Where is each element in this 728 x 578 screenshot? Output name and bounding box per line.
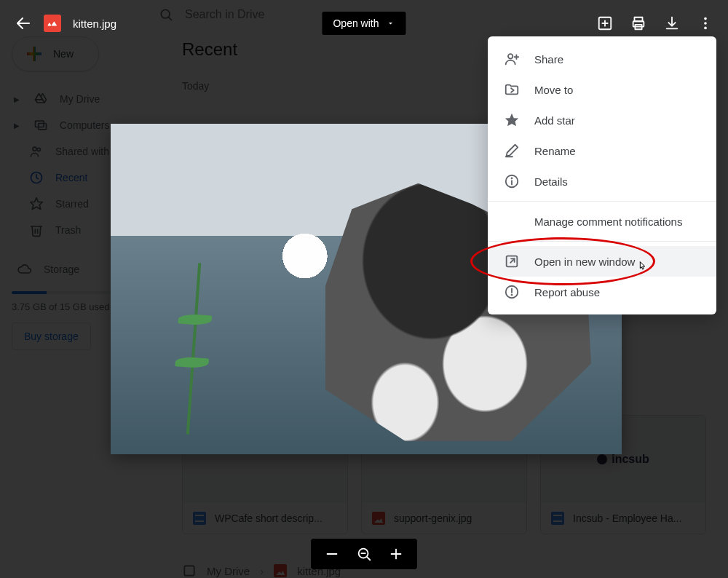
- svg-line-33: [367, 557, 370, 560]
- menu-item-label: Move to: [534, 84, 573, 96]
- spacer-icon: [504, 213, 520, 229]
- svg-point-16: [704, 17, 707, 20]
- svg-point-26: [512, 178, 513, 178]
- zoom-reset-icon[interactable]: [356, 546, 372, 562]
- person-add-icon: [504, 51, 520, 67]
- svg-marker-22: [505, 114, 518, 126]
- file-name: kitten.jpg: [73, 17, 116, 30]
- info-icon: [504, 173, 520, 189]
- add-to-drive-icon[interactable]: [597, 15, 613, 31]
- menu-item-label: Share: [534, 53, 563, 66]
- move-icon: [504, 82, 520, 98]
- decorative-plant: [186, 263, 201, 435]
- menu-separator: [488, 201, 716, 202]
- menu-share[interactable]: Share: [488, 44, 716, 74]
- pencil-icon: [504, 143, 520, 159]
- menu-item-label: Manage comment notifications: [534, 215, 682, 228]
- menu-open-new-window[interactable]: Open in new window: [488, 246, 716, 277]
- svg-point-30: [512, 295, 513, 296]
- menu-report-abuse[interactable]: Report abuse: [488, 277, 716, 307]
- menu-item-label: Rename: [534, 145, 576, 157]
- menu-separator: [488, 241, 716, 242]
- file-type-icon: [44, 15, 61, 32]
- svg-point-19: [508, 54, 513, 58]
- menu-details[interactable]: Details: [488, 166, 716, 197]
- back-arrow-icon[interactable]: [15, 15, 32, 32]
- zoom-out-icon[interactable]: [324, 546, 340, 562]
- more-icon[interactable]: [697, 15, 713, 31]
- menu-item-label: Details: [534, 175, 568, 188]
- zoom-controls: [311, 539, 417, 569]
- menu-rename[interactable]: Rename: [488, 135, 716, 166]
- star-icon: [504, 112, 520, 128]
- open-with-button[interactable]: Open with: [322, 12, 405, 35]
- menu-item-label: Add star: [534, 114, 575, 127]
- open-external-icon: [504, 253, 520, 269]
- zoom-in-icon[interactable]: [388, 546, 404, 562]
- menu-add-star[interactable]: Add star: [488, 105, 716, 135]
- svg-point-17: [704, 22, 707, 25]
- svg-point-18: [704, 27, 707, 30]
- menu-item-label: Open in new window: [534, 256, 635, 268]
- download-icon[interactable]: [664, 15, 680, 31]
- print-icon[interactable]: [630, 15, 646, 31]
- alert-icon: [504, 284, 520, 300]
- menu-move[interactable]: Move to: [488, 74, 716, 105]
- menu-manage-notifications[interactable]: Manage comment notifications: [488, 206, 716, 237]
- more-actions-menu: Share Move to Add star Rename Details Ma…: [488, 36, 716, 314]
- open-with-label: Open with: [333, 17, 379, 29]
- menu-item-label: Report abuse: [534, 286, 600, 298]
- caret-down-icon: [387, 19, 395, 28]
